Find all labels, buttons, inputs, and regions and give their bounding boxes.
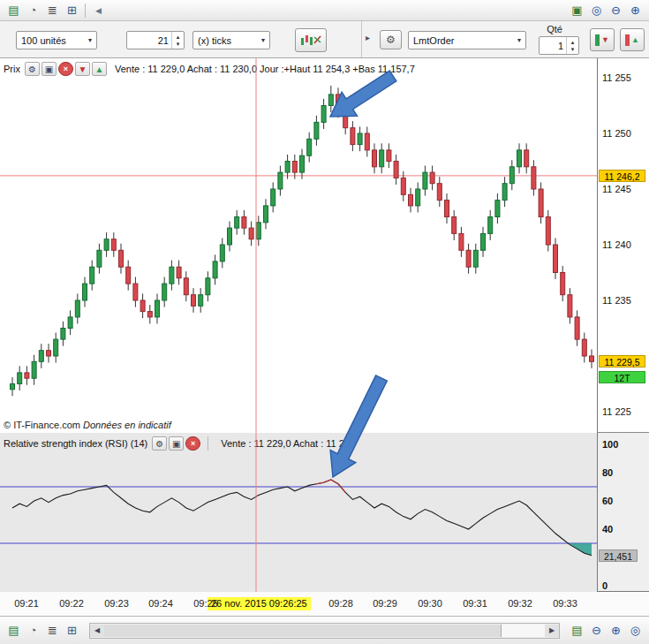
order-arrow-icon: ▼ bbox=[601, 36, 609, 44]
wrench-icon: ⚙ bbox=[386, 34, 396, 46]
price-chip: 12T bbox=[599, 371, 645, 383]
order-buttons-group: ▼▲ bbox=[590, 28, 645, 51]
close-icon[interactable]: × bbox=[185, 436, 200, 451]
rsi-axis-label: 100 bbox=[602, 439, 618, 450]
order-buy-button[interactable]: ▼ bbox=[590, 28, 615, 51]
settings-toolbar: 100 unités ▾ 21 ▴▾ (x) ticks ▾ ▸ ⚙ LmtOr bbox=[0, 21, 649, 58]
price-axis-label: 11 245 bbox=[602, 184, 631, 194]
top-toolbar-left-icons: ▤◔≣⊞ bbox=[5, 2, 80, 19]
rsi-axis-label: 0 bbox=[602, 580, 607, 591]
trading-platform-window: ▤◔≣⊞ ◀ ▣◎⊖⊕ 100 unités ▾ 21 ▴▾ (x) ticks… bbox=[0, 0, 649, 644]
quantity-stepper[interactable]: 1 ▴▾ bbox=[539, 36, 579, 55]
chart-icon[interactable]: ▤ bbox=[5, 622, 22, 639]
price-chart-pane[interactable]: Prix ⚙▣×▼▲ Vente : 11 229,0 Achat : 11 2… bbox=[0, 58, 597, 434]
rsi-quote-text: Vente : 11 229,0 Achat : 11 230 bbox=[221, 438, 355, 449]
indicator-icon[interactable]: ◔ bbox=[25, 2, 42, 19]
ticks-stepper-value: 21 bbox=[127, 35, 171, 46]
list-icon[interactable]: ≣ bbox=[44, 622, 61, 639]
rsi-pane-header-icons: ⚙▣× bbox=[152, 436, 200, 451]
zoom-in-icon[interactable]: ⊕ bbox=[627, 2, 644, 19]
toolbar-separator bbox=[85, 4, 86, 18]
zoom-reset-icon[interactable]: ◎ bbox=[588, 2, 605, 19]
scroll-left-button[interactable]: ◀ bbox=[90, 625, 104, 637]
chevron-down-icon: ▾ bbox=[88, 36, 92, 44]
order-type-value: LmtOrder bbox=[413, 35, 454, 46]
bottom-toolbar-right-icons: ▤⊖⊕◎ bbox=[569, 622, 644, 639]
price-pane-header-icons: ⚙▣×▼▲ bbox=[25, 62, 107, 76]
sell-marker-icon[interactable]: ▼ bbox=[75, 62, 90, 76]
rsi-peak-segment bbox=[316, 480, 345, 492]
layout-grid-icon[interactable]: ⊞ bbox=[64, 2, 80, 19]
price-axis-label: 11 225 bbox=[602, 406, 631, 417]
order-settings-button[interactable]: ⚙ bbox=[380, 30, 402, 49]
rsi-indicator-pane[interactable]: Relative strength index (RSI) (14) ⚙▣× V… bbox=[0, 433, 597, 593]
stepper-arrows-icon[interactable]: ▴▾ bbox=[171, 32, 184, 49]
ticks-stepper[interactable]: 21 ▴▾ bbox=[126, 31, 185, 49]
time-axis-label: 09:22 bbox=[54, 598, 89, 609]
price-axis-label: 11 255 bbox=[602, 72, 631, 83]
panel-expand-icon[interactable]: ▸ bbox=[366, 33, 370, 42]
price-chip: 11 229,5 bbox=[599, 355, 645, 367]
time-axis-label: 09:21 bbox=[9, 598, 44, 609]
wrench-icon[interactable]: ⚙ bbox=[152, 436, 167, 451]
rsi-axis-label: 80 bbox=[602, 467, 613, 478]
rsi-axis-label: 40 bbox=[602, 524, 613, 534]
rsi-value-chip: 21,451 bbox=[599, 549, 638, 562]
order-type-dropdown[interactable]: LmtOrder ▾ bbox=[408, 31, 526, 49]
chart-style-button[interactable] bbox=[295, 28, 327, 52]
units-dropdown[interactable]: 100 unités ▾ bbox=[16, 31, 97, 49]
time-axis-label: 09:33 bbox=[547, 598, 583, 609]
alert-icon[interactable]: ◔ bbox=[25, 622, 42, 639]
notes-icon[interactable]: ≣ bbox=[44, 2, 61, 19]
scrollbar-thumb[interactable] bbox=[104, 625, 502, 637]
auto-fit-icon[interactable]: ▤ bbox=[569, 622, 585, 639]
zoom-out-icon[interactable]: ⊖ bbox=[607, 2, 624, 19]
units-dropdown-value: 100 unités bbox=[21, 35, 66, 46]
window-icon[interactable]: ▣ bbox=[42, 62, 57, 76]
ticks-unit-value: (x) ticks bbox=[198, 35, 231, 46]
rsi-oversold-fill bbox=[568, 543, 592, 556]
price-axis-label: 11 250 bbox=[602, 128, 631, 139]
order-sell-button[interactable]: ▲ bbox=[620, 28, 645, 51]
time-axis-label: 09:24 bbox=[143, 598, 178, 609]
rsi-line bbox=[12, 480, 592, 556]
candle-bar-icon bbox=[625, 34, 630, 46]
ticks-unit-dropdown[interactable]: (x) ticks ▾ bbox=[192, 31, 270, 49]
close-icon[interactable]: × bbox=[58, 62, 73, 76]
chart-style-preview-icon bbox=[299, 33, 322, 48]
price-axis-label: 11 235 bbox=[602, 295, 631, 306]
order-arrow-icon: ▲ bbox=[631, 36, 639, 44]
candles bbox=[11, 86, 594, 397]
time-axis-label: 09:23 bbox=[99, 598, 134, 609]
price-pane-title: Prix bbox=[4, 64, 20, 74]
zoom-area-icon[interactable]: ◎ bbox=[627, 622, 644, 639]
quantity-label: Qté bbox=[530, 24, 579, 34]
grid-icon[interactable]: ⊞ bbox=[64, 622, 80, 639]
chart-icon[interactable]: ▤ bbox=[5, 2, 22, 19]
buy-marker-icon[interactable]: ▲ bbox=[92, 62, 107, 76]
rsi-axis[interactable]: 10080604020021,451 bbox=[597, 433, 649, 592]
time-axis-label: 09:25 bbox=[188, 598, 223, 609]
scroll-right-button[interactable]: ▶ bbox=[545, 625, 559, 637]
wrench-icon[interactable]: ⚙ bbox=[25, 62, 40, 76]
stepper-arrows-icon[interactable]: ▴▾ bbox=[566, 37, 578, 54]
rsi-axis-label: 60 bbox=[602, 496, 613, 506]
horizontal-scrollbar[interactable]: ◀ ▶ bbox=[89, 623, 560, 639]
window-icon[interactable]: ▣ bbox=[169, 436, 184, 451]
quantity-value: 1 bbox=[540, 41, 566, 51]
time-axis-label: 09:28 bbox=[323, 598, 358, 609]
rsi-pane-title: Relative strength index (RSI) (14) bbox=[4, 438, 147, 449]
scrollbar-track[interactable] bbox=[104, 625, 545, 637]
price-chart-svg[interactable] bbox=[0, 58, 597, 433]
price-axis[interactable]: 11 25511 25011 24511 24011 23511 22511 2… bbox=[597, 58, 649, 433]
rsi-chart-svg[interactable] bbox=[0, 433, 597, 592]
collapse-left-icon[interactable]: ◀ bbox=[90, 2, 107, 19]
chevron-down-icon: ▾ bbox=[261, 36, 265, 44]
zoom-in-icon[interactable]: ⊕ bbox=[607, 622, 624, 639]
price-pane-header: Prix ⚙▣×▼▲ Vente : 11 229,0 Achat : 11 2… bbox=[4, 62, 415, 76]
screenshot-icon[interactable]: ▣ bbox=[569, 2, 585, 19]
time-axis-label: 09:32 bbox=[502, 598, 538, 609]
price-quote-text: Vente : 11 229,0 Achat : 11 230,0 Jour :… bbox=[115, 64, 415, 74]
zoom-out-icon[interactable]: ⊖ bbox=[588, 622, 605, 639]
time-axis[interactable]: 26 nov. 2015 09:26:25 09:2109:2209:2309:… bbox=[0, 592, 649, 616]
